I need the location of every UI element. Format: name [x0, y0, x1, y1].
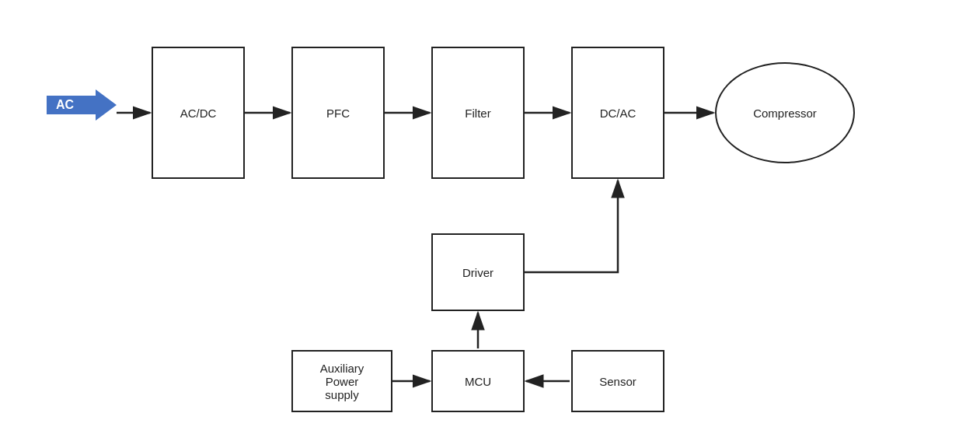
block-mcu: MCU: [431, 350, 525, 412]
block-sensor: Sensor: [571, 350, 664, 412]
block-aux: Auxiliary Power supply: [291, 350, 392, 412]
block-compressor: Compressor: [715, 62, 855, 163]
block-filter: Filter: [431, 47, 525, 179]
block-label-driver: Driver: [462, 266, 493, 279]
block-label-acdc: AC/DC: [180, 107, 217, 120]
ac-arrow: AC: [47, 89, 117, 121]
diagram: AC AC/DCPFCFilter: [0, 0, 980, 434]
block-driver: Driver: [431, 233, 525, 311]
ac-arrow-shape: AC: [47, 89, 117, 121]
block-label-aux: Auxiliary Power supply: [320, 362, 364, 401]
ac-label: AC: [56, 98, 74, 112]
block-label-filter: Filter: [465, 107, 490, 120]
block-pfc: PFC: [291, 47, 385, 179]
block-dcac: DC/AC: [571, 47, 664, 179]
block-label-sensor: Sensor: [599, 375, 636, 388]
block-label-pfc: PFC: [326, 107, 350, 120]
block-label-dcac: DC/AC: [600, 107, 636, 120]
block-label-compressor: Compressor: [753, 107, 817, 120]
block-label-mcu: MCU: [465, 375, 491, 388]
block-acdc: AC/DC: [152, 47, 245, 179]
